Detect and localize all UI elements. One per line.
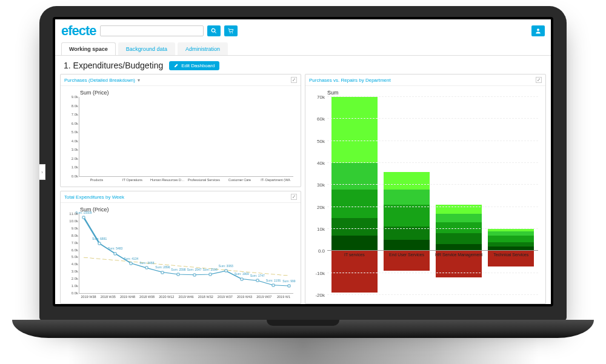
- data-point[interactable]: [256, 279, 259, 282]
- y-tick: 1.0k: [64, 165, 78, 169]
- y-tick: 6.0k: [64, 248, 78, 252]
- data-point[interactable]: [161, 271, 164, 274]
- expand-panel-button[interactable]: ⤢: [291, 77, 297, 83]
- panel-title: Total Expenditures by Week: [64, 194, 124, 200]
- bar-segment: [488, 236, 534, 242]
- y-tick: 4.0k: [64, 139, 78, 143]
- x-label: 2019 W46: [176, 294, 196, 299]
- y-tick: 5.0k: [64, 255, 78, 259]
- page-title: 1. Expenditures/Budgeting: [64, 61, 163, 70]
- x-label: 2019 W1: [274, 294, 293, 299]
- expand-panel-button[interactable]: ⤢: [291, 194, 297, 200]
- x-label: 2020 W12: [157, 294, 176, 299]
- bar-segment: [331, 236, 378, 251]
- chart-title: Sum: [327, 90, 542, 96]
- edit-dashboard-label: Edit Dashboard: [181, 63, 215, 68]
- y-tick: 9.0k: [64, 227, 78, 230]
- y-tick: 40k: [309, 160, 325, 166]
- search-button[interactable]: [207, 25, 221, 36]
- data-point[interactable]: [240, 277, 243, 280]
- search-icon: [211, 28, 217, 34]
- y-tick: 9.0k: [64, 95, 78, 99]
- data-point[interactable]: [114, 252, 117, 255]
- screen-inner: efecte Working space Back: [53, 17, 553, 306]
- bar-segment: [488, 229, 534, 231]
- bar-column[interactable]: HR Service Management: [434, 97, 484, 295]
- laptop-base: [12, 320, 594, 338]
- x-label: 2018 W08: [138, 294, 157, 299]
- panel-purchases-vs-repairs: Purchases vs. Repairs by Department ⤢ Su…: [305, 74, 546, 304]
- panel-body: Sum IT servicesEnd User ServicesHR Servi…: [305, 86, 545, 303]
- y-tick: 50k: [309, 138, 325, 144]
- dashboard-left-column: Purchases (Detailed Breakdown) ▾ ⤢ Sum (…: [60, 74, 301, 304]
- chart-bars: [79, 97, 293, 176]
- y-tick: 7.0k: [64, 241, 78, 245]
- data-point[interactable]: [98, 242, 101, 245]
- chart-points: Sum: 10509Sum: 6881Sum: 5483Sum: 4134Sum…: [79, 214, 293, 293]
- bar-column[interactable]: End User Services: [382, 97, 432, 295]
- y-tick: 8.0k: [64, 234, 78, 237]
- app-screen: efecte Working space Back: [55, 19, 551, 304]
- data-point-label: Sum: 5483: [108, 247, 122, 250]
- chevron-down-icon[interactable]: ▾: [138, 78, 140, 83]
- tab-background-data[interactable]: Background data: [118, 42, 175, 55]
- data-point-label: Sum: 2896: [155, 265, 170, 269]
- y-tick: 60k: [309, 116, 325, 122]
- bar-segment: [436, 214, 482, 223]
- panel-body: Sum (Price) Sum: 10509Sum: 6881Sum: 5483…: [61, 203, 301, 303]
- y-tick: -20k: [309, 293, 325, 298]
- search-input[interactable]: [100, 25, 204, 36]
- bar-segment: [331, 190, 378, 218]
- x-label: Technical Services: [486, 253, 536, 257]
- data-point-label: Sum: 4134: [124, 257, 138, 260]
- data-point-label: Sum: 3488: [139, 261, 154, 265]
- edit-dashboard-button[interactable]: Edit Dashboard: [169, 61, 219, 70]
- data-point[interactable]: [130, 262, 133, 265]
- data-point[interactable]: [271, 283, 275, 286]
- expand-panel-button[interactable]: ⤢: [536, 77, 542, 83]
- data-point[interactable]: [208, 273, 211, 276]
- data-point-label: Sum: 2598: [203, 268, 218, 271]
- bar-segment: [436, 233, 482, 244]
- data-point-label: Sum: 1106: [266, 279, 281, 282]
- x-label: IT services: [329, 253, 379, 257]
- y-tick: 20k: [309, 204, 325, 210]
- chart-title: Sum (Price): [80, 207, 297, 213]
- y-tick: 5.0k: [64, 130, 78, 134]
- x-label: 2019 W43: [235, 294, 255, 299]
- panel-header: Total Expenditures by Week ⤢: [61, 191, 301, 203]
- x-label: Human Resources Depar: [150, 177, 186, 182]
- tab-administration[interactable]: Administration: [178, 42, 228, 55]
- chart-axes: IT servicesEnd User ServicesHR Service M…: [327, 97, 538, 295]
- data-point[interactable]: [82, 216, 85, 219]
- x-label: 2019 W37: [215, 294, 235, 299]
- data-point[interactable]: [193, 273, 196, 276]
- bar-segment: [384, 190, 430, 205]
- data-point[interactable]: [287, 285, 290, 288]
- y-tick: 30k: [309, 182, 325, 188]
- x-label: 2018 W32: [196, 294, 215, 299]
- panel-body: Sum (Price) 0.0k1.0k2.0k3.0k4.0k5.0k6.0k…: [61, 86, 301, 187]
- cart-icon: [228, 28, 234, 34]
- y-tick: 3.0k: [64, 270, 78, 273]
- nav-tabs: Working space Background data Administra…: [55, 42, 551, 56]
- tab-working-space[interactable]: Working space: [61, 42, 116, 55]
- panel-purchases-breakdown: Purchases (Detailed Breakdown) ▾ ⤢ Sum (…: [60, 74, 301, 187]
- data-point-label: Sum: 2547: [187, 268, 201, 271]
- x-label: HR Service Management: [434, 253, 484, 257]
- data-point[interactable]: [177, 273, 180, 276]
- chart-axes: 0.0k1.0k2.0k3.0k4.0k5.0k6.0k7.0k8.0k9.0k: [79, 97, 293, 177]
- bar-column[interactable]: Technical Services: [486, 97, 536, 295]
- data-point[interactable]: [224, 270, 227, 273]
- topbar: efecte: [55, 19, 551, 42]
- bar-column[interactable]: IT services: [329, 97, 379, 295]
- dashboard: Purchases (Detailed Breakdown) ▾ ⤢ Sum (…: [55, 74, 551, 304]
- bar-segment: [331, 163, 378, 190]
- y-tick: 2.0k: [64, 157, 78, 160]
- cart-button[interactable]: [224, 25, 238, 36]
- panel-title: Purchases vs. Repairs by Department: [309, 78, 391, 83]
- user-menu-button[interactable]: [531, 25, 545, 36]
- data-point[interactable]: [145, 266, 148, 270]
- y-tick: 11.0k: [64, 212, 78, 216]
- data-point-label: Sum: 2598: [171, 268, 185, 271]
